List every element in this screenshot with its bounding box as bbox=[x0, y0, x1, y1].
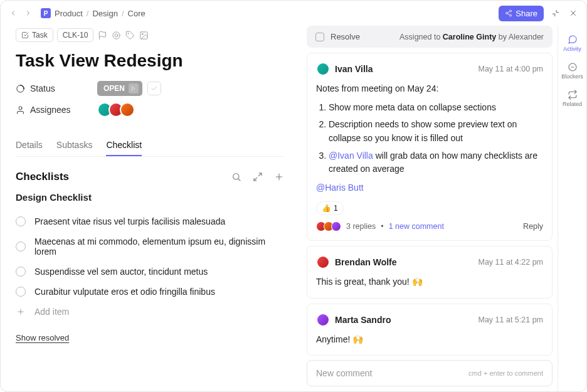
breadcrumb-item[interactable]: Core bbox=[128, 9, 145, 18]
checkbox-circle[interactable] bbox=[16, 216, 26, 226]
topbar: P Product / Design / Core Share bbox=[1, 1, 586, 26]
share-label: Share bbox=[516, 9, 537, 18]
avatar bbox=[331, 221, 341, 231]
svg-line-19 bbox=[254, 177, 257, 181]
page-title: Task View Redesign bbox=[16, 51, 284, 71]
comment-card: Marta Sandro May 11 at 5:21 pm Anytime! … bbox=[307, 304, 553, 356]
status-field: Status OPEN bbox=[16, 81, 284, 96]
new-comment-link[interactable]: 1 new comment bbox=[389, 222, 444, 231]
resolve-label: Resolve bbox=[331, 32, 360, 41]
comment-author: Brendan Wolfe bbox=[335, 257, 397, 267]
comment-hint: cmd + enter to comment bbox=[468, 369, 543, 377]
comment-input[interactable]: New comment cmd + enter to comment bbox=[307, 360, 553, 386]
rail-blockers[interactable]: Blockers bbox=[558, 58, 586, 83]
complete-check[interactable] bbox=[147, 82, 161, 95]
checkbox-circle[interactable] bbox=[16, 287, 26, 297]
checkbox-circle[interactable] bbox=[16, 267, 26, 277]
avatar bbox=[316, 313, 330, 327]
task-panel: Task CLK-10 Task View Redesign Status OP… bbox=[1, 26, 299, 391]
reply-link[interactable]: Reply bbox=[523, 222, 543, 231]
rail-related[interactable]: Related bbox=[558, 86, 586, 111]
right-rail: Activity Blockers Related bbox=[558, 26, 586, 391]
resolve-checkbox[interactable] bbox=[315, 33, 324, 41]
comment-body: Anytime! 🙌 bbox=[316, 333, 543, 347]
nav-back-icon[interactable] bbox=[8, 8, 18, 18]
tab-subtasks[interactable]: Subtasks bbox=[56, 135, 93, 156]
checklists-header: Checklists bbox=[16, 171, 284, 183]
svg-marker-14 bbox=[132, 87, 135, 90]
close-icon[interactable] bbox=[568, 8, 579, 19]
tag-icon[interactable] bbox=[125, 30, 135, 40]
mention[interactable]: @Ivan Villa bbox=[329, 151, 373, 161]
svg-line-4 bbox=[508, 11, 510, 13]
svg-point-16 bbox=[233, 174, 239, 179]
plus-icon bbox=[16, 307, 26, 317]
checkbox-circle[interactable] bbox=[16, 241, 26, 252]
breadcrumb-badge: P bbox=[41, 8, 51, 18]
task-meta: Task CLK-10 bbox=[16, 28, 284, 42]
svg-point-12 bbox=[142, 33, 143, 34]
comment-author: Ivan Villa bbox=[335, 64, 373, 74]
status-pill[interactable]: OPEN bbox=[97, 81, 142, 96]
rail-activity[interactable]: Activity bbox=[558, 31, 586, 56]
comment-author: Marta Sandro bbox=[335, 315, 391, 325]
add-checklist-icon[interactable] bbox=[274, 172, 284, 182]
add-item-button[interactable]: Add item bbox=[16, 302, 284, 322]
mention[interactable]: @Haris Butt bbox=[316, 183, 364, 193]
avatar bbox=[316, 62, 330, 76]
tabs: Details Subtasks Checklist bbox=[16, 135, 284, 157]
comment-list-item: Description needs to show some preview t… bbox=[329, 118, 543, 145]
svg-line-18 bbox=[258, 173, 262, 176]
comment-intro: Notes from meeting on May 24: bbox=[316, 82, 543, 96]
breadcrumb-item[interactable]: Design bbox=[92, 9, 117, 18]
expand-icon[interactable] bbox=[253, 172, 263, 182]
tab-checklist[interactable]: Checklist bbox=[106, 135, 142, 156]
target-icon[interactable] bbox=[111, 30, 121, 40]
breadcrumb-separator: / bbox=[87, 9, 89, 18]
nav-forward-icon[interactable] bbox=[23, 8, 33, 18]
breadcrumb-separator: / bbox=[122, 9, 124, 18]
avatar bbox=[316, 255, 330, 269]
assignees-field: Assignees bbox=[16, 102, 284, 117]
tab-details[interactable]: Details bbox=[16, 135, 43, 156]
status-label: Status bbox=[30, 83, 55, 93]
task-id-pill[interactable]: CLK-10 bbox=[57, 28, 94, 42]
comment-placeholder: New comment bbox=[316, 368, 372, 378]
svg-line-17 bbox=[238, 179, 240, 181]
svg-line-3 bbox=[508, 14, 510, 15]
checklist-item: Suspendisse vel sem auctor, tincidunt me… bbox=[16, 262, 284, 282]
checklists-heading: Checklists bbox=[16, 171, 69, 183]
share-button[interactable]: Share bbox=[499, 6, 544, 21]
comment-body: This is great, thank you! 🙌 bbox=[316, 275, 543, 289]
comment-card: Brendan Wolfe May 11 at 4:22 pm This is … bbox=[307, 246, 553, 299]
image-icon[interactable] bbox=[139, 30, 149, 40]
comment-time: May 11 at 5:21 pm bbox=[478, 315, 543, 324]
replies-count[interactable]: 3 replies bbox=[346, 222, 376, 231]
breadcrumb-item[interactable]: Product bbox=[55, 9, 83, 18]
reaction-button[interactable]: 👍 1 bbox=[316, 201, 344, 215]
svg-point-15 bbox=[19, 106, 22, 109]
status-play-icon bbox=[129, 83, 139, 93]
thread-row: 3 replies • 1 new comment Reply bbox=[316, 221, 543, 231]
assigned-to: Assigned to Caroline Ginty by Alexander bbox=[399, 33, 544, 41]
svg-point-8 bbox=[113, 31, 120, 38]
svg-point-10 bbox=[128, 33, 129, 33]
comment-time: May 11 at 4:00 pm bbox=[478, 65, 543, 73]
task-type-pill[interactable]: Task bbox=[16, 28, 53, 42]
collapse-icon[interactable] bbox=[550, 8, 561, 19]
comment-time: May 11 at 4:22 pm bbox=[478, 258, 543, 267]
comment-card: Ivan Villa May 11 at 4:00 pm Notes from … bbox=[307, 53, 553, 241]
activity-panel: Resolve Assigned to Caroline Ginty by Al… bbox=[299, 26, 558, 391]
checklist-item: Maecenas at mi commodo, elementum ipsum … bbox=[16, 231, 284, 262]
flag-icon[interactable] bbox=[97, 30, 107, 40]
resolve-header: Resolve Assigned to Caroline Ginty by Al… bbox=[307, 26, 553, 48]
checklist-group-title: Design Checklist bbox=[16, 192, 284, 203]
breadcrumb: P Product / Design / Core bbox=[41, 8, 145, 18]
assignee-avatars[interactable] bbox=[97, 102, 135, 117]
search-icon[interactable] bbox=[231, 172, 241, 182]
comment-list-item: Show more meta data on collapse sections bbox=[329, 101, 543, 115]
show-resolved-link[interactable]: Show resolved bbox=[16, 333, 284, 342]
checklist-item: Praesent vitae risus vel turpis facilisi… bbox=[16, 211, 284, 231]
assignees-label: Assignees bbox=[30, 105, 71, 115]
svg-point-9 bbox=[115, 34, 118, 37]
